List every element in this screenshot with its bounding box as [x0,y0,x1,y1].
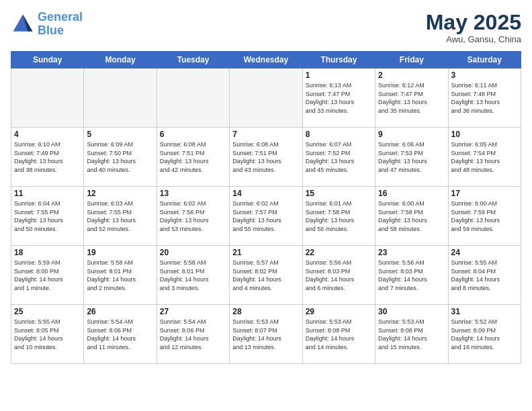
day-cell-8: 8Sunrise: 6:07 AM Sunset: 7:52 PM Daylig… [302,128,375,187]
day-cell-30: 30Sunrise: 5:53 AM Sunset: 8:08 PM Dayli… [375,305,448,364]
week-row-2: 4Sunrise: 6:10 AM Sunset: 7:49 PM Daylig… [11,128,521,187]
logo-general: General [38,10,83,24]
weekday-header-wednesday: Wednesday [230,52,302,68]
day-number: 1 [306,71,372,80]
day-cell-17: 17Sunrise: 6:00 AM Sunset: 7:59 PM Dayli… [448,187,521,246]
day-info: Sunrise: 6:06 AM Sunset: 7:53 PM Dayligh… [378,140,445,174]
day-info: Sunrise: 5:55 AM Sunset: 8:04 PM Dayligh… [451,259,518,292]
header: General Blue May 2025 Awu, Gansu, China [11,11,521,44]
day-number: 6 [160,130,226,139]
day-info: Sunrise: 6:11 AM Sunset: 7:48 PM Dayligh… [451,81,518,115]
day-cell-22: 22Sunrise: 5:56 AM Sunset: 8:03 PM Dayli… [302,246,375,305]
day-cell-18: 18Sunrise: 5:59 AM Sunset: 8:00 PM Dayli… [11,246,84,305]
day-number: 14 [232,189,299,198]
day-cell-23: 23Sunrise: 5:56 AM Sunset: 8:03 PM Dayli… [375,246,448,305]
day-number: 21 [232,248,299,257]
day-info: Sunrise: 6:01 AM Sunset: 7:58 PM Dayligh… [306,199,372,233]
weekday-header-thursday: Thursday [302,52,375,68]
day-cell-31: 31Sunrise: 5:52 AM Sunset: 8:09 PM Dayli… [448,305,521,364]
day-info: Sunrise: 6:00 AM Sunset: 7:59 PM Dayligh… [451,199,518,233]
logo-icon [11,12,35,36]
day-number: 30 [378,307,445,316]
day-cell-26: 26Sunrise: 5:54 AM Sunset: 8:06 PM Dayli… [84,305,157,364]
day-cell-27: 27Sunrise: 5:54 AM Sunset: 8:06 PM Dayli… [157,305,229,364]
day-info: Sunrise: 5:58 AM Sunset: 8:01 PM Dayligh… [160,259,226,292]
day-number: 19 [87,248,153,257]
day-number: 3 [451,71,518,80]
day-info: Sunrise: 5:52 AM Sunset: 8:09 PM Dayligh… [451,318,518,351]
day-number: 17 [451,189,518,198]
day-number: 8 [306,130,372,139]
day-info: Sunrise: 6:02 AM Sunset: 7:57 PM Dayligh… [232,199,299,233]
day-cell-empty-0-0 [11,68,84,128]
day-number: 29 [306,307,372,316]
weekday-header-sunday: Sunday [11,52,84,68]
week-row-5: 25Sunrise: 5:55 AM Sunset: 8:05 PM Dayli… [11,305,521,364]
day-cell-7: 7Sunrise: 6:08 AM Sunset: 7:51 PM Daylig… [230,128,302,187]
day-cell-15: 15Sunrise: 6:01 AM Sunset: 7:58 PM Dayli… [302,187,375,246]
day-number: 16 [378,189,445,198]
day-cell-1: 1Sunrise: 6:13 AM Sunset: 7:47 PM Daylig… [302,68,375,128]
day-number: 24 [451,248,518,257]
day-info: Sunrise: 6:07 AM Sunset: 7:52 PM Dayligh… [306,140,372,174]
day-number: 26 [87,307,153,316]
weekday-header-saturday: Saturday [448,52,521,68]
day-number: 15 [306,189,372,198]
day-info: Sunrise: 6:08 AM Sunset: 7:51 PM Dayligh… [160,140,226,174]
day-info: Sunrise: 5:59 AM Sunset: 8:00 PM Dayligh… [14,259,81,292]
page: General Blue May 2025 Awu, Gansu, China … [0,0,532,411]
weekday-header-monday: Monday [84,52,157,68]
day-info: Sunrise: 5:57 AM Sunset: 8:02 PM Dayligh… [232,259,299,292]
week-row-1: 1Sunrise: 6:13 AM Sunset: 7:47 PM Daylig… [11,68,521,128]
day-info: Sunrise: 6:09 AM Sunset: 7:50 PM Dayligh… [87,140,153,174]
day-info: Sunrise: 6:12 AM Sunset: 7:47 PM Dayligh… [378,81,445,115]
day-cell-empty-0-1 [84,68,157,128]
day-info: Sunrise: 5:53 AM Sunset: 8:08 PM Dayligh… [378,318,445,351]
day-cell-24: 24Sunrise: 5:55 AM Sunset: 8:04 PM Dayli… [448,246,521,305]
day-info: Sunrise: 5:56 AM Sunset: 8:03 PM Dayligh… [306,259,372,292]
day-cell-20: 20Sunrise: 5:58 AM Sunset: 8:01 PM Dayli… [157,246,229,305]
day-cell-empty-0-2 [157,68,229,128]
day-number: 10 [451,130,518,139]
day-number: 11 [14,189,81,198]
logo-blue: Blue [38,24,64,37]
day-number: 9 [378,130,445,139]
day-number: 25 [14,307,81,316]
day-number: 7 [232,130,299,139]
day-cell-10: 10Sunrise: 6:05 AM Sunset: 7:54 PM Dayli… [448,128,521,187]
location: Awu, Gansu, China [426,34,521,44]
logo-text: General Blue [38,11,83,38]
day-number: 31 [451,307,518,316]
day-number: 13 [160,189,226,198]
logo: General Blue [11,11,83,38]
day-cell-14: 14Sunrise: 6:02 AM Sunset: 7:57 PM Dayli… [230,187,302,246]
day-info: Sunrise: 6:02 AM Sunset: 7:56 PM Dayligh… [160,199,226,233]
day-info: Sunrise: 6:04 AM Sunset: 7:55 PM Dayligh… [14,199,81,233]
day-cell-19: 19Sunrise: 5:58 AM Sunset: 8:01 PM Dayli… [84,246,157,305]
day-cell-11: 11Sunrise: 6:04 AM Sunset: 7:55 PM Dayli… [11,187,84,246]
week-row-3: 11Sunrise: 6:04 AM Sunset: 7:55 PM Dayli… [11,187,521,246]
weekday-header-row: SundayMondayTuesdayWednesdayThursdayFrid… [11,52,521,68]
day-cell-25: 25Sunrise: 5:55 AM Sunset: 8:05 PM Dayli… [11,305,84,364]
day-cell-empty-0-3 [230,68,302,128]
day-number: 20 [160,248,226,257]
day-number: 22 [306,248,372,257]
day-number: 2 [378,71,445,80]
day-info: Sunrise: 6:13 AM Sunset: 7:47 PM Dayligh… [306,81,372,115]
day-cell-2: 2Sunrise: 6:12 AM Sunset: 7:47 PM Daylig… [375,68,448,128]
title-block: May 2025 Awu, Gansu, China [426,11,521,44]
calendar-table: SundayMondayTuesdayWednesdayThursdayFrid… [11,51,521,364]
day-cell-3: 3Sunrise: 6:11 AM Sunset: 7:48 PM Daylig… [448,68,521,128]
day-number: 18 [14,248,81,257]
day-cell-16: 16Sunrise: 6:00 AM Sunset: 7:58 PM Dayli… [375,187,448,246]
day-number: 23 [378,248,445,257]
day-cell-28: 28Sunrise: 5:53 AM Sunset: 8:07 PM Dayli… [230,305,302,364]
day-info: Sunrise: 6:03 AM Sunset: 7:55 PM Dayligh… [87,199,153,233]
day-number: 5 [87,130,153,139]
day-cell-13: 13Sunrise: 6:02 AM Sunset: 7:56 PM Dayli… [157,187,229,246]
day-info: Sunrise: 5:53 AM Sunset: 8:07 PM Dayligh… [232,318,299,351]
week-row-4: 18Sunrise: 5:59 AM Sunset: 8:00 PM Dayli… [11,246,521,305]
day-info: Sunrise: 5:56 AM Sunset: 8:03 PM Dayligh… [378,259,445,292]
day-info: Sunrise: 5:55 AM Sunset: 8:05 PM Dayligh… [14,318,81,351]
day-cell-4: 4Sunrise: 6:10 AM Sunset: 7:49 PM Daylig… [11,128,84,187]
